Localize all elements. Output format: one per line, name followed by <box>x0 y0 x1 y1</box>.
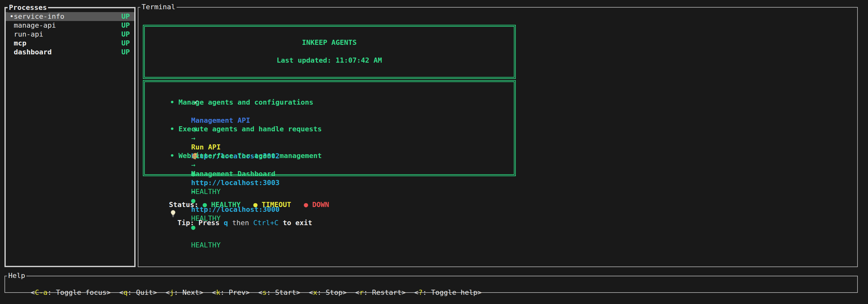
process-name: dashboard <box>14 48 52 57</box>
help-bar: Help <C-a: Toggle focus><q: Quit><j: Nex… <box>4 276 858 293</box>
help-item-stop: <x: Stop> <box>309 289 347 296</box>
help-item-restart: <r: Restart> <box>355 289 406 296</box>
agents-title: INKEEP AGENTS <box>145 38 514 47</box>
process-row-manage-api[interactable]: manage-api UP <box>6 21 134 30</box>
process-list: • service-info UP manage-api UP run-api … <box>6 8 134 57</box>
tui-screen: { "colors": { "background": "#191919", "… <box>0 0 868 304</box>
row-prefix <box>9 48 14 57</box>
process-status-badge: UP <box>122 30 130 39</box>
status-legend: Status:●HEALTHY●TIMEOUT●DOWN <box>152 192 329 200</box>
help-bar-title: Help <box>7 271 26 280</box>
service-health-status: HEALTHY <box>191 241 221 249</box>
tip-line: Tip: Press q then Ctrl+C to exit <box>152 200 312 209</box>
service-description: • Manage agents and configurations <box>145 98 514 107</box>
tip-text: to exit <box>278 219 312 227</box>
help-items: <C-a: Toggle focus><q: Quit><j: Next><k:… <box>5 276 857 304</box>
service-name: Management API <box>191 116 250 124</box>
help-item-toggle-help: <?: Toggle help> <box>414 289 482 296</box>
process-row-dashboard[interactable]: dashboard UP <box>6 48 134 57</box>
process-status-badge: UP <box>122 48 130 57</box>
process-row-run-api[interactable]: run-api UP <box>6 30 134 39</box>
tip-key-ctrl-c: Ctrl+C <box>253 219 278 227</box>
tip-text: Tip: Press <box>177 219 224 227</box>
process-row-mcp[interactable]: mcp UP <box>6 39 134 48</box>
service-description: • Execute agents and handle requests <box>145 125 514 134</box>
last-updated-text: Last updated: 11:07:42 AM <box>145 56 514 65</box>
terminal-panel-title: Terminal <box>140 2 177 12</box>
process-status-badge: UP <box>122 12 130 21</box>
help-item-next: <j: Next> <box>165 289 203 296</box>
processes-panel: Processes • service-info UP manage-api U… <box>4 7 135 267</box>
row-prefix <box>9 21 14 30</box>
row-prefix <box>9 39 14 48</box>
process-name: manage-api <box>14 21 56 30</box>
help-item-toggle-focus: <C-a: Toggle focus> <box>31 289 111 296</box>
process-name: run-api <box>14 30 43 39</box>
service-description: • Web interface for agent management <box>145 151 514 160</box>
selected-bullet-icon: • <box>9 12 14 21</box>
process-name: service-info <box>14 12 64 21</box>
service-management-api: Management API → http://localhost:3002 ●… <box>145 89 514 107</box>
process-name: mcp <box>14 39 26 48</box>
service-name: Run API <box>191 143 221 151</box>
help-item-start: <s: Start> <box>258 289 300 296</box>
bulb-icon <box>169 209 177 218</box>
process-row-service-info[interactable]: • service-info UP <box>6 12 134 21</box>
tip-text: then <box>228 219 253 227</box>
processes-panel-title: Processes <box>8 3 48 12</box>
services-box: Management API → http://localhost:3002 ●… <box>143 80 516 176</box>
service-name: Management Dashboard <box>191 170 276 178</box>
process-status-badge: UP <box>122 39 130 48</box>
row-prefix <box>9 30 14 39</box>
help-item-prev: <k: Prev> <box>212 289 250 296</box>
help-item-quit: <q: Quit> <box>119 289 157 296</box>
agents-header-box: INKEEP AGENTS Last updated: 11:07:42 AM <box>143 25 516 79</box>
terminal-panel: Terminal INKEEP AGENTS Last updated: 11:… <box>138 7 858 267</box>
process-status-badge: UP <box>122 21 130 30</box>
legend-down: DOWN <box>312 201 329 209</box>
tip-key-q: q <box>224 219 228 227</box>
